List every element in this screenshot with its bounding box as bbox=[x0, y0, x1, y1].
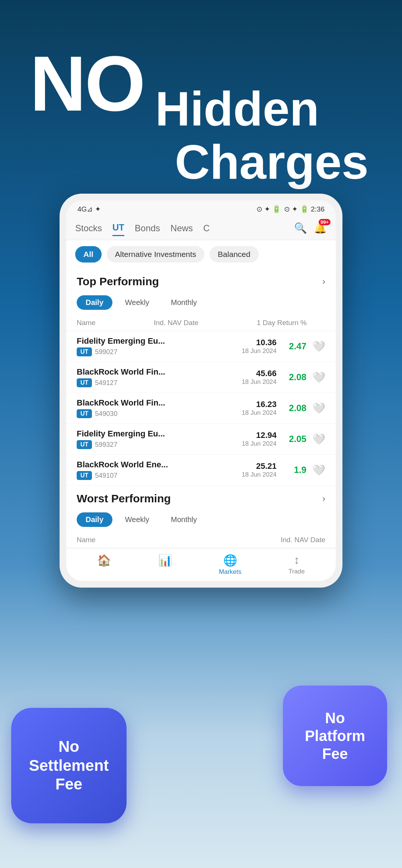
period-weekly-worst[interactable]: Weekly bbox=[116, 512, 158, 527]
heart-icon-1[interactable]: 🤍 bbox=[312, 340, 325, 353]
fund-nav-3: 16.23 18 Jun 2024 bbox=[236, 400, 277, 417]
bottom-nav-chart[interactable]: 📊 bbox=[158, 554, 172, 576]
chart-icon: 📊 bbox=[158, 554, 172, 567]
fund-code-5: 549107 bbox=[95, 472, 117, 480]
period-monthly-top[interactable]: Monthly bbox=[162, 295, 206, 310]
fund-nav-5: 25.21 18 Jun 2024 bbox=[236, 461, 277, 478]
status-bar: 4G⊿ ✦ ⊙ ✦ 🔋 ⊙ ✦ 🔋 2:36 bbox=[66, 200, 336, 216]
nav-tabs: Stocks UT Bonds News C 🔍 🔔 99+ bbox=[66, 216, 336, 240]
tab-ut[interactable]: UT bbox=[112, 220, 124, 236]
period-daily-top[interactable]: Daily bbox=[77, 295, 112, 310]
tab-c[interactable]: C bbox=[203, 221, 210, 236]
fund-info-4: Fidelity Emerging Eu... UT 599327 bbox=[77, 429, 236, 449]
top-performing-header: Top Performing › bbox=[66, 268, 336, 292]
fund-tag-3: UT bbox=[77, 409, 92, 418]
trade-label: Trade bbox=[288, 568, 305, 575]
fund-tag-1: UT bbox=[77, 347, 92, 356]
status-left: 4G⊿ ✦ bbox=[77, 205, 101, 213]
heart-icon-5[interactable]: 🤍 bbox=[312, 464, 325, 476]
fund-row[interactable]: BlackRock World Ene... UT 549107 25.21 1… bbox=[66, 455, 336, 486]
fund-return-5: 1.9 bbox=[277, 465, 306, 475]
phone-mockup: 4G⊿ ✦ ⊙ ✦ 🔋 ⊙ ✦ 🔋 2:36 Stocks UT Bonds N… bbox=[60, 194, 342, 588]
period-monthly-worst[interactable]: Monthly bbox=[162, 512, 206, 527]
status-right: ⊙ ✦ 🔋 ⊙ ✦ 🔋 2:36 bbox=[256, 205, 325, 213]
fund-code-4: 599327 bbox=[95, 441, 117, 449]
fund-code-1: 599027 bbox=[95, 348, 117, 356]
hero-section: NOHidden Charges bbox=[0, 0, 402, 211]
trade-icon: ↕ bbox=[294, 554, 299, 566]
col-return: 1 Day Return % bbox=[257, 319, 307, 327]
badge-platform: NoPlatformFee bbox=[283, 686, 387, 786]
search-icon[interactable]: 🔍 bbox=[294, 222, 307, 234]
fund-name-2: BlackRock World Fin... bbox=[77, 367, 236, 377]
fund-info-2: BlackRock World Fin... UT 549127 bbox=[77, 367, 236, 387]
fund-code-2: 549127 bbox=[95, 379, 117, 387]
fund-name-5: BlackRock World Ene... bbox=[77, 460, 236, 470]
fund-row[interactable]: Fidelity Emerging Eu... UT 599327 12.94 … bbox=[66, 424, 336, 455]
bottom-nav-trade[interactable]: ↕ Trade bbox=[288, 554, 305, 576]
fund-name-4: Fidelity Emerging Eu... bbox=[77, 429, 236, 439]
badge-settlement-text: NoSettlementFee bbox=[25, 734, 113, 797]
nav-icons: 🔍 🔔 99+ bbox=[294, 222, 327, 234]
tab-stocks[interactable]: Stocks bbox=[75, 221, 102, 236]
hero-no: NO bbox=[30, 40, 144, 127]
top-performing-chevron[interactable]: › bbox=[322, 276, 325, 287]
col-name: Name bbox=[77, 319, 96, 327]
fund-tag-2: UT bbox=[77, 378, 92, 387]
badge-platform-text: NoPlatformFee bbox=[301, 705, 369, 766]
fund-row[interactable]: BlackRock World Fin... UT 549030 16.23 1… bbox=[66, 393, 336, 424]
top-performing-periods: Daily Weekly Monthly bbox=[66, 292, 336, 315]
filter-chips: All Alternative Investments Balanced bbox=[66, 240, 336, 268]
tab-bonds[interactable]: Bonds bbox=[135, 221, 160, 236]
home-icon: 🏠 bbox=[97, 554, 111, 567]
top-performing-table-header: Name Ind. NAV Date 1 Day Return % bbox=[66, 315, 336, 331]
fund-nav-1: 10.36 18 Jun 2024 bbox=[236, 338, 277, 355]
globe-icon: 🌐 bbox=[223, 554, 237, 567]
period-daily-worst[interactable]: Daily bbox=[77, 512, 112, 527]
chip-all[interactable]: All bbox=[75, 246, 102, 263]
heart-icon-4[interactable]: 🤍 bbox=[312, 433, 325, 445]
fund-row[interactable]: Fidelity Emerging Eu... UT 599027 10.36 … bbox=[66, 331, 336, 362]
fund-info-5: BlackRock World Ene... UT 549107 bbox=[77, 460, 236, 480]
bottom-nav: 🏠 📊 🌐 Markets ↕ Trade bbox=[66, 548, 336, 581]
col-nav: Ind. NAV Date bbox=[154, 319, 198, 327]
fund-code-3: 549030 bbox=[95, 410, 117, 418]
worst-performing-chevron[interactable]: › bbox=[322, 493, 325, 504]
bottom-nav-home[interactable]: 🏠 bbox=[97, 554, 111, 576]
top-performing-title: Top Performing bbox=[77, 275, 159, 288]
fund-info-3: BlackRock World Fin... UT 549030 bbox=[77, 398, 236, 418]
bell-badge: 99+ bbox=[319, 219, 331, 225]
fund-return-3: 2.08 bbox=[277, 403, 306, 413]
fund-nav-4: 12.94 18 Jun 2024 bbox=[236, 430, 277, 448]
period-weekly-top[interactable]: Weekly bbox=[116, 295, 158, 310]
heart-icon-3[interactable]: 🤍 bbox=[312, 402, 325, 414]
worst-performing-periods: Daily Weekly Monthly bbox=[66, 509, 336, 532]
worst-performing-title: Worst Performing bbox=[77, 492, 171, 505]
hero-charges: Charges bbox=[30, 136, 372, 189]
chip-alternative[interactable]: Alternative Investments bbox=[107, 246, 204, 263]
fund-return-2: 2.08 bbox=[277, 372, 306, 382]
fund-name-1: Fidelity Emerging Eu... bbox=[77, 336, 236, 346]
fund-name-3: BlackRock World Fin... bbox=[77, 398, 236, 408]
badge-settlement: NoSettlementFee bbox=[11, 708, 127, 823]
bottom-nav-markets[interactable]: 🌐 Markets bbox=[219, 554, 241, 576]
markets-label: Markets bbox=[219, 568, 241, 576]
worst-col-name: Name bbox=[77, 536, 96, 544]
chip-balanced[interactable]: Balanced bbox=[210, 246, 259, 263]
fund-return-4: 2.05 bbox=[277, 434, 306, 444]
fund-return-1: 2.47 bbox=[277, 341, 306, 352]
fund-row[interactable]: BlackRock World Fin... UT 549127 45.66 1… bbox=[66, 362, 336, 393]
heart-icon-2[interactable]: 🤍 bbox=[312, 371, 325, 384]
bell-wrapper: 🔔 99+ bbox=[314, 222, 327, 234]
fund-tag-5: UT bbox=[77, 471, 92, 480]
fund-nav-2: 45.66 18 Jun 2024 bbox=[236, 369, 277, 386]
worst-performing-table-header: Name Ind. NAV Date bbox=[66, 532, 336, 548]
tab-news[interactable]: News bbox=[170, 221, 193, 236]
worst-performing-header: Worst Performing › bbox=[66, 486, 336, 509]
fund-info-1: Fidelity Emerging Eu... UT 599027 bbox=[77, 336, 236, 356]
hero-hidden: Hidden bbox=[155, 82, 319, 136]
worst-col-nav: Ind. NAV Date bbox=[281, 536, 325, 544]
phone-screen: 4G⊿ ✦ ⊙ ✦ 🔋 ⊙ ✦ 🔋 2:36 Stocks UT Bonds N… bbox=[66, 200, 336, 581]
fund-tag-4: UT bbox=[77, 440, 92, 449]
